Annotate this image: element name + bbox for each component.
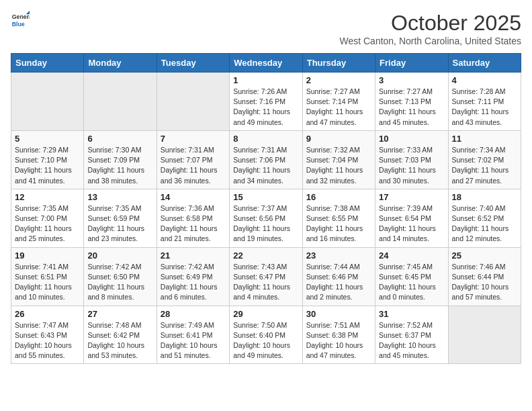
weekday-header-tuesday: Tuesday [157, 54, 229, 73]
weekday-header-wednesday: Wednesday [230, 54, 302, 73]
calendar-cell: 28Sunrise: 7:49 AMSunset: 6:41 PMDayligh… [157, 306, 229, 364]
day-info: Sunrise: 7:27 AMSunset: 7:13 PMDaylight:… [379, 87, 444, 128]
day-info: Sunrise: 7:31 AMSunset: 7:06 PMDaylight:… [233, 145, 298, 186]
day-info: Sunrise: 7:44 AMSunset: 6:46 PMDaylight:… [306, 262, 371, 303]
calendar-cell: 18Sunrise: 7:40 AMSunset: 6:52 PMDayligh… [448, 189, 521, 247]
day-number: 23 [306, 250, 371, 261]
calendar-cell: 27Sunrise: 7:48 AMSunset: 6:42 PMDayligh… [84, 306, 157, 364]
calendar-cell: 14Sunrise: 7:36 AMSunset: 6:58 PMDayligh… [157, 189, 229, 247]
day-info: Sunrise: 7:50 AMSunset: 6:40 PMDaylight:… [233, 320, 298, 361]
calendar-cell: 15Sunrise: 7:37 AMSunset: 6:56 PMDayligh… [230, 189, 302, 247]
calendar-cell: 29Sunrise: 7:50 AMSunset: 6:40 PMDayligh… [230, 306, 302, 364]
calendar-row-1: 5Sunrise: 7:29 AMSunset: 7:10 PMDaylight… [11, 130, 521, 189]
day-number: 3 [379, 75, 444, 85]
day-info: Sunrise: 7:31 AMSunset: 7:07 PMDaylight:… [161, 145, 226, 186]
calendar-row-3: 19Sunrise: 7:41 AMSunset: 6:51 PMDayligh… [11, 247, 521, 306]
day-info: Sunrise: 7:45 AMSunset: 6:45 PMDaylight:… [379, 262, 444, 303]
weekday-header-friday: Friday [375, 54, 448, 73]
calendar-cell: 20Sunrise: 7:42 AMSunset: 6:50 PMDayligh… [84, 247, 157, 306]
day-number: 9 [306, 134, 371, 144]
weekday-header-saturday: Saturday [448, 54, 521, 73]
calendar-cell [84, 73, 157, 131]
day-number: 21 [161, 250, 226, 261]
day-number: 17 [379, 192, 444, 202]
day-info: Sunrise: 7:29 AMSunset: 7:10 PMDaylight:… [15, 145, 80, 186]
weekday-header-sunday: Sunday [11, 54, 84, 73]
day-number: 26 [15, 309, 80, 319]
day-number: 5 [15, 134, 80, 144]
day-info: Sunrise: 7:28 AMSunset: 7:11 PMDaylight:… [452, 87, 517, 128]
calendar-cell: 24Sunrise: 7:45 AMSunset: 6:45 PMDayligh… [375, 247, 448, 306]
day-info: Sunrise: 7:39 AMSunset: 6:54 PMDaylight:… [379, 203, 444, 244]
day-info: Sunrise: 7:35 AMSunset: 6:59 PMDaylight:… [87, 203, 152, 244]
day-number: 16 [306, 192, 371, 202]
day-info: Sunrise: 7:30 AMSunset: 7:09 PMDaylight:… [87, 145, 152, 186]
calendar-cell [157, 73, 229, 131]
day-info: Sunrise: 7:27 AMSunset: 7:14 PMDaylight:… [306, 87, 371, 128]
calendar-cell: 5Sunrise: 7:29 AMSunset: 7:10 PMDaylight… [11, 130, 84, 189]
day-number: 1 [233, 75, 298, 85]
day-number: 15 [233, 192, 298, 202]
day-info: Sunrise: 7:40 AMSunset: 6:52 PMDaylight:… [452, 203, 517, 244]
calendar-cell: 4Sunrise: 7:28 AMSunset: 7:11 PMDaylight… [448, 73, 521, 131]
day-info: Sunrise: 7:35 AMSunset: 7:00 PMDaylight:… [15, 203, 80, 244]
day-info: Sunrise: 7:51 AMSunset: 6:38 PMDaylight:… [306, 320, 371, 361]
calendar-cell: 3Sunrise: 7:27 AMSunset: 7:13 PMDaylight… [375, 73, 448, 131]
calendar-cell: 6Sunrise: 7:30 AMSunset: 7:09 PMDaylight… [84, 130, 157, 189]
title-block: October 2025 West Canton, North Carolina… [339, 11, 521, 46]
calendar-cell: 21Sunrise: 7:42 AMSunset: 6:49 PMDayligh… [157, 247, 229, 306]
calendar-cell: 23Sunrise: 7:44 AMSunset: 6:46 PMDayligh… [302, 247, 375, 306]
calendar-cell: 2Sunrise: 7:27 AMSunset: 7:14 PMDaylight… [302, 73, 375, 131]
weekday-header-thursday: Thursday [302, 54, 375, 73]
calendar-cell: 8Sunrise: 7:31 AMSunset: 7:06 PMDaylight… [230, 130, 302, 189]
day-number: 31 [379, 309, 444, 319]
day-number: 11 [452, 134, 517, 144]
svg-text:General: General [12, 13, 30, 20]
calendar-table: SundayMondayTuesdayWednesdayThursdayFrid… [11, 53, 521, 364]
day-info: Sunrise: 7:38 AMSunset: 6:55 PMDaylight:… [306, 203, 371, 244]
location: West Canton, North Carolina, United Stat… [339, 36, 521, 46]
calendar-cell: 19Sunrise: 7:41 AMSunset: 6:51 PMDayligh… [11, 247, 84, 306]
day-number: 27 [87, 309, 152, 319]
day-info: Sunrise: 7:42 AMSunset: 6:49 PMDaylight:… [161, 262, 226, 303]
day-number: 2 [306, 75, 371, 85]
calendar-cell: 1Sunrise: 7:26 AMSunset: 7:16 PMDaylight… [230, 73, 302, 131]
calendar-cell: 12Sunrise: 7:35 AMSunset: 7:00 PMDayligh… [11, 189, 84, 247]
calendar-cell: 7Sunrise: 7:31 AMSunset: 7:07 PMDaylight… [157, 130, 229, 189]
day-number: 22 [233, 250, 298, 261]
day-number: 24 [379, 250, 444, 261]
day-number: 4 [452, 75, 517, 85]
calendar-row-2: 12Sunrise: 7:35 AMSunset: 7:00 PMDayligh… [11, 189, 521, 247]
day-info: Sunrise: 7:32 AMSunset: 7:04 PMDaylight:… [306, 145, 371, 186]
day-info: Sunrise: 7:49 AMSunset: 6:41 PMDaylight:… [161, 320, 226, 361]
day-info: Sunrise: 7:26 AMSunset: 7:16 PMDaylight:… [233, 87, 298, 128]
calendar-cell [11, 73, 84, 131]
day-info: Sunrise: 7:48 AMSunset: 6:42 PMDaylight:… [87, 320, 152, 361]
calendar-cell: 10Sunrise: 7:33 AMSunset: 7:03 PMDayligh… [375, 130, 448, 189]
day-number: 12 [15, 192, 80, 202]
weekday-header-row: SundayMondayTuesdayWednesdayThursdayFrid… [11, 54, 521, 73]
calendar-cell: 22Sunrise: 7:43 AMSunset: 6:47 PMDayligh… [230, 247, 302, 306]
day-info: Sunrise: 7:34 AMSunset: 7:02 PMDaylight:… [452, 145, 517, 186]
day-number: 25 [452, 250, 517, 261]
calendar-cell: 13Sunrise: 7:35 AMSunset: 6:59 PMDayligh… [84, 189, 157, 247]
day-info: Sunrise: 7:37 AMSunset: 6:56 PMDaylight:… [233, 203, 298, 244]
day-number: 10 [379, 134, 444, 144]
logo-icon: General Blue [11, 11, 30, 30]
calendar-row-0: 1Sunrise: 7:26 AMSunset: 7:16 PMDaylight… [11, 73, 521, 131]
calendar-row-4: 26Sunrise: 7:47 AMSunset: 6:43 PMDayligh… [11, 306, 521, 364]
calendar-cell: 26Sunrise: 7:47 AMSunset: 6:43 PMDayligh… [11, 306, 84, 364]
month-title: October 2025 [339, 11, 521, 36]
weekday-header-monday: Monday [84, 54, 157, 73]
page-header: General Blue October 2025 West Canton, N… [11, 11, 521, 46]
calendar-cell [448, 306, 521, 364]
day-number: 20 [87, 250, 152, 261]
calendar-cell: 9Sunrise: 7:32 AMSunset: 7:04 PMDaylight… [302, 130, 375, 189]
day-info: Sunrise: 7:52 AMSunset: 6:37 PMDaylight:… [379, 320, 444, 361]
day-number: 8 [233, 134, 298, 144]
day-number: 18 [452, 192, 517, 202]
calendar-cell: 25Sunrise: 7:46 AMSunset: 6:44 PMDayligh… [448, 247, 521, 306]
day-info: Sunrise: 7:47 AMSunset: 6:43 PMDaylight:… [15, 320, 80, 361]
logo: General Blue [11, 11, 30, 30]
day-number: 19 [15, 250, 80, 261]
